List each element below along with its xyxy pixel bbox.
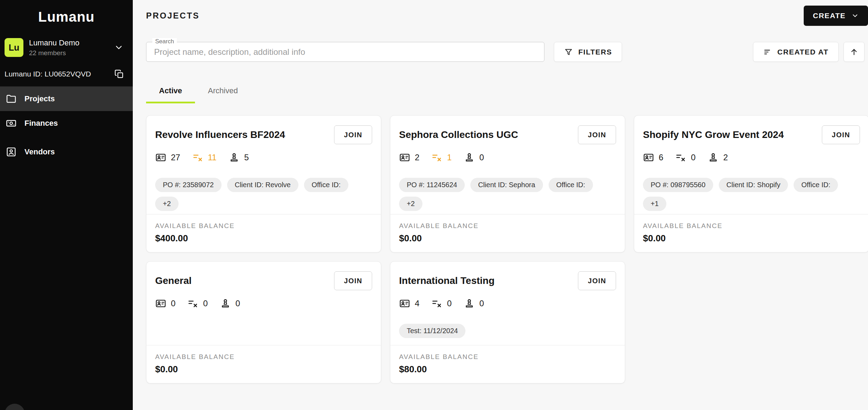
approvals-stat: 0	[464, 298, 484, 309]
approvals-count: 0	[479, 153, 484, 162]
tag: PO #: 11245624	[399, 178, 465, 192]
tasks-stat: 1	[431, 152, 451, 163]
balance-amount: $0.00	[155, 364, 372, 375]
help-bubble-button[interactable]	[5, 404, 25, 410]
approvals-count: 0	[236, 299, 240, 308]
tasks-count: 0	[691, 153, 695, 162]
sidebar-nav: Projects Finances Vendors	[0, 87, 133, 164]
stamp-icon	[708, 152, 719, 163]
balance-label: AVAILABLE BALANCE	[155, 353, 372, 361]
tag-list: PO #: 098795560 Client ID: Shopify Offic…	[643, 178, 860, 211]
card-body: Revolve Influencers BF2024 JOIN 27 11	[146, 116, 381, 214]
stats-row: 0 0 0	[155, 298, 372, 309]
org-id-text: Lumanu ID: LU0652VQVD	[5, 70, 91, 78]
toolbar: Search FILTERS CREATED AT	[146, 42, 868, 62]
tab-active[interactable]: Active	[146, 84, 195, 103]
tasks-stat: 0	[675, 152, 695, 163]
approvals-stat: 0	[464, 152, 484, 163]
tag-overflow[interactable]: +2	[155, 197, 179, 211]
page-header: PROJECTS CREATE	[146, 0, 868, 31]
folder-icon	[6, 93, 17, 104]
sidebar-item-finances[interactable]: Finances	[0, 111, 133, 136]
join-button[interactable]: JOIN	[578, 125, 616, 144]
project-card[interactable]: Shopify NYC Grow Event 2024 JOIN 6 0	[634, 115, 868, 252]
project-title: General	[155, 271, 191, 287]
join-button[interactable]: JOIN	[334, 271, 372, 290]
task-list-icon	[431, 298, 442, 309]
filters-button-label: FILTERS	[578, 48, 612, 56]
sort-lines-icon	[763, 47, 772, 57]
filter-icon	[564, 47, 573, 57]
tasks-count: 0	[203, 299, 208, 308]
nav-label: Vendors	[24, 147, 55, 156]
members-stat: 6	[643, 152, 663, 163]
app-root: Lumanu Lu Lumanu Demo 22 members Lumanu …	[0, 0, 868, 410]
balance-amount: $0.00	[643, 233, 860, 244]
sort-direction-button[interactable]	[844, 42, 865, 62]
workspace-avatar: Lu	[5, 38, 23, 57]
project-title: Sephora Collections UGC	[399, 125, 518, 141]
tag: Client ID: Shopify	[719, 178, 788, 192]
join-button[interactable]: JOIN	[578, 271, 616, 290]
main-content: PROJECTS CREATE Search FILTERS CREATED A…	[133, 0, 868, 410]
members-count: 27	[171, 153, 180, 162]
id-badge-icon	[399, 298, 410, 309]
balance-amount: $0.00	[399, 233, 616, 244]
id-badge-icon	[643, 152, 654, 163]
search-input[interactable]	[146, 42, 544, 62]
approvals-stat: 2	[708, 152, 728, 163]
tasks-count: 11	[208, 153, 217, 162]
stats-row: 2 1 0	[399, 152, 616, 163]
tab-archived[interactable]: Archived	[195, 84, 251, 103]
id-badge-icon	[155, 152, 166, 163]
tag: Office ID:	[794, 178, 838, 192]
nav-label: Finances	[24, 119, 58, 128]
card-head: Revolve Influencers BF2024 JOIN	[155, 125, 372, 144]
approvals-stat: 5	[229, 152, 249, 163]
tag: Client ID: Sephora	[470, 178, 543, 192]
card-head: General JOIN	[155, 271, 372, 290]
stamp-icon	[220, 298, 231, 309]
balance-label: AVAILABLE BALANCE	[643, 222, 860, 230]
stamp-icon	[229, 152, 240, 163]
task-list-icon	[187, 298, 198, 309]
tag: PO #: 23589072	[155, 178, 222, 192]
members-count: 6	[659, 153, 663, 162]
tag-overflow[interactable]: +2	[399, 197, 422, 211]
copy-icon[interactable]	[114, 69, 124, 79]
filters-button[interactable]: FILTERS	[554, 42, 622, 62]
join-button[interactable]: JOIN	[822, 125, 860, 144]
tasks-stat: 0	[187, 298, 208, 309]
sort-by-button[interactable]: CREATED AT	[753, 42, 839, 62]
join-button[interactable]: JOIN	[334, 125, 372, 144]
card-footer: AVAILABLE BALANCE $0.00	[634, 214, 868, 252]
workspace-selector[interactable]: Lu Lumanu Demo 22 members	[0, 32, 133, 63]
tag: PO #: 098795560	[643, 178, 713, 192]
lumanu-logo: Lumanu	[0, 0, 133, 32]
project-card[interactable]: General JOIN 0 0	[146, 261, 381, 383]
tag-overflow[interactable]: +1	[643, 197, 666, 211]
project-card[interactable]: Sephora Collections UGC JOIN 2 1	[390, 115, 625, 252]
workspace-name: Lumanu Demo	[29, 38, 79, 47]
sidebar-item-projects[interactable]: Projects	[0, 87, 133, 111]
project-card[interactable]: International Testing JOIN 4 0	[390, 261, 625, 383]
chevron-down-icon	[851, 12, 859, 20]
members-count: 0	[171, 299, 175, 308]
tag-list: Test: 11/12/2024	[399, 324, 616, 338]
project-card[interactable]: Revolve Influencers BF2024 JOIN 27 11	[146, 115, 381, 252]
tag-list: PO #: 11245624 Client ID: Sephora Office…	[399, 178, 616, 211]
task-list-icon	[192, 152, 203, 163]
search-label: Search	[152, 38, 177, 45]
id-badge-icon	[155, 298, 166, 309]
card-body: General JOIN 0 0	[146, 262, 381, 345]
card-footer: AVAILABLE BALANCE $400.00	[146, 214, 381, 252]
tasks-count: 0	[447, 299, 451, 308]
sidebar-item-vendors[interactable]: Vendors	[0, 140, 133, 164]
search-field-wrapper: Search	[146, 42, 544, 62]
members-stat: 0	[155, 298, 175, 309]
card-body: Sephora Collections UGC JOIN 2 1	[390, 116, 625, 214]
balance-label: AVAILABLE BALANCE	[399, 353, 616, 361]
create-button[interactable]: CREATE	[804, 6, 868, 26]
tag: Test: 11/12/2024	[399, 324, 465, 338]
tasks-stat: 11	[192, 152, 217, 163]
